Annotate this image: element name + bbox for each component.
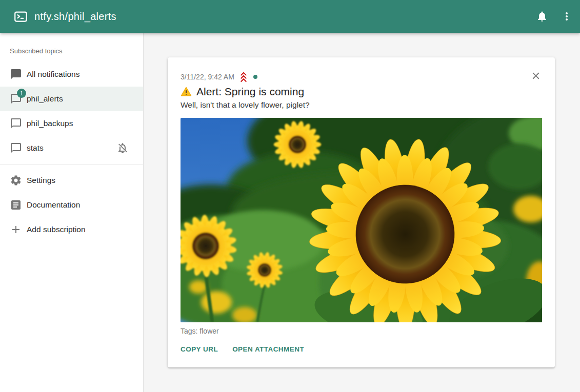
sidebar-item-phil_backups[interactable]: phil_backups	[0, 111, 143, 136]
topic-list: All notifications1phil_alertsphil_backup…	[0, 62, 143, 160]
sidebar-item-add-subscription[interactable]: Add subscription	[0, 217, 143, 242]
article-icon	[10, 199, 22, 211]
notification-title-row: Alert: Spring is coming	[181, 86, 542, 98]
ntfy-app: ntfy.sh/phil_alerts Subscribed topics Al…	[0, 0, 580, 392]
notification-meta: 3/11/22, 9:42 AM	[181, 71, 542, 83]
kebab-menu-icon[interactable]	[561, 10, 573, 23]
sidebar-footer-list: SettingsDocumentationAdd subscription	[0, 168, 143, 242]
sidebar-item-documentation[interactable]: Documentation	[0, 193, 143, 217]
close-icon[interactable]	[530, 70, 542, 81]
unread-badge: 1	[17, 89, 26, 98]
bell-icon[interactable]	[536, 10, 548, 23]
chat-filled-icon	[10, 68, 22, 80]
chat-outline-icon: 1	[10, 93, 22, 105]
gear-icon	[10, 174, 22, 187]
timestamp: 3/11/22, 9:42 AM	[181, 73, 234, 81]
copy-url-button[interactable]: COPY URL	[181, 345, 220, 353]
subscribed-topics-caption: Subscribed topics	[10, 47, 143, 55]
open-attachment-button[interactable]: OPEN ATTACHMENT	[232, 345, 306, 353]
warning-icon	[181, 86, 192, 97]
chat-outline-icon	[10, 117, 22, 130]
sidebar-item-label: stats	[27, 143, 44, 153]
main-content: 3/11/22, 9:42 AM	[144, 33, 580, 392]
sidebar-item-label: All notifications	[27, 70, 79, 79]
sidebar-item-label: Settings	[27, 176, 55, 185]
app-bar: ntfy.sh/phil_alerts	[0, 0, 580, 33]
attachment-image[interactable]	[181, 118, 542, 322]
chat-outline-icon	[10, 142, 22, 154]
sidebar-divider	[0, 164, 143, 164]
green-dot	[253, 75, 257, 79]
sidebar-item-label: phil_backups	[27, 119, 73, 128]
triple-chevron-up-icon	[237, 71, 250, 83]
sidebar-item-settings[interactable]: Settings	[0, 168, 143, 193]
notification-title: Alert: Spring is coming	[196, 86, 304, 98]
tags-label: Tags: flower	[181, 327, 542, 335]
sidebar-item-all-notifications[interactable]: All notifications	[0, 62, 143, 87]
sidebar-item-label: phil_alerts	[27, 94, 63, 104]
sidebar-item-stats[interactable]: stats	[0, 136, 143, 160]
sidebar-item-phil_alerts[interactable]: 1phil_alerts	[0, 87, 143, 111]
terminal-logo-icon	[14, 10, 28, 24]
notification-body: Well, isn't that a lovely flower, piglet…	[181, 100, 542, 110]
bell-off-icon	[116, 142, 129, 154]
notification-actions: COPY URLOPEN ATTACHMENT	[181, 345, 542, 353]
notification-card: 3/11/22, 9:42 AM	[168, 57, 555, 367]
page-title: ntfy.sh/phil_alerts	[34, 11, 116, 23]
sidebar-item-label: Add subscription	[27, 225, 86, 234]
plus-icon	[10, 223, 22, 236]
sidebar-item-label: Documentation	[27, 200, 80, 210]
sidebar: Subscribed topics All notifications1phil…	[0, 33, 144, 392]
